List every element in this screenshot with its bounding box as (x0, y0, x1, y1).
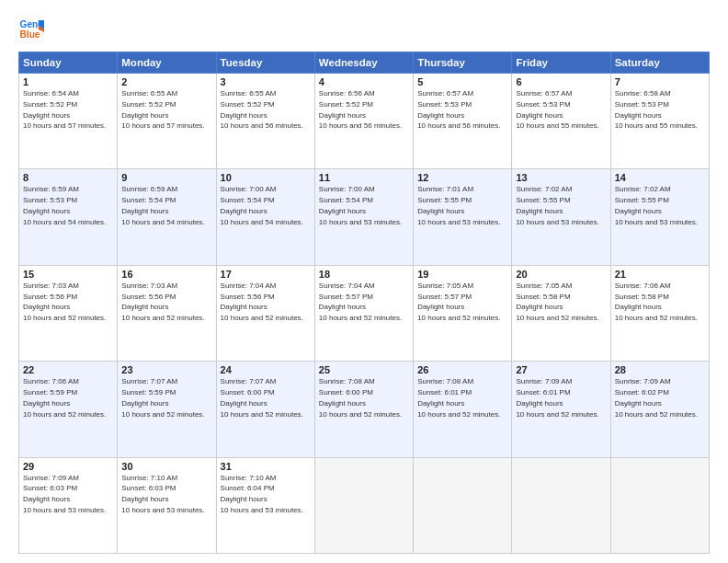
day-info: Sunrise: 7:05 AMSunset: 5:57 PMDaylight … (417, 282, 500, 322)
day-number: 25 (319, 364, 409, 375)
day-info: Sunrise: 6:55 AMSunset: 5:52 PMDaylight … (221, 89, 303, 130)
day-info: Sunrise: 7:09 AMSunset: 6:01 PMDaylight … (516, 377, 598, 418)
calendar-cell (512, 457, 610, 553)
day-info: Sunrise: 6:54 AMSunset: 5:52 PMDaylight … (23, 89, 106, 130)
calendar-cell: 1 Sunrise: 6:54 AMSunset: 5:52 PMDayligh… (19, 74, 118, 169)
day-number: 26 (417, 364, 507, 375)
calendar-cell: 13 Sunrise: 7:02 AMSunset: 5:55 PMDaylig… (512, 169, 610, 265)
day-info: Sunrise: 6:56 AMSunset: 5:52 PMDaylight … (319, 89, 402, 130)
day-info: Sunrise: 7:07 AMSunset: 5:59 PMDaylight … (121, 377, 204, 418)
day-number: 12 (417, 172, 507, 183)
day-info: Sunrise: 6:55 AMSunset: 5:52 PMDaylight … (121, 89, 204, 130)
day-number: 3 (221, 76, 311, 87)
day-number: 21 (615, 269, 705, 280)
calendar-cell: 2 Sunrise: 6:55 AMSunset: 5:52 PMDayligh… (118, 74, 216, 169)
calendar-week: 22 Sunrise: 7:06 AMSunset: 5:59 PMDaylig… (19, 362, 710, 457)
day-info: Sunrise: 6:59 AMSunset: 5:53 PMDaylight … (23, 185, 106, 225)
day-info: Sunrise: 7:07 AMSunset: 6:00 PMDaylight … (221, 377, 303, 418)
calendar-week: 15 Sunrise: 7:03 AMSunset: 5:56 PMDaylig… (19, 265, 710, 361)
calendar-cell: 29 Sunrise: 7:09 AMSunset: 6:03 PMDaylig… (19, 457, 118, 553)
day-of-week-row: SundayMondayTuesdayWednesdayThursdayFrid… (19, 52, 710, 74)
calendar-cell: 31 Sunrise: 7:10 AMSunset: 6:04 PMDaylig… (216, 457, 314, 553)
day-number: 4 (319, 76, 409, 87)
dow-header: Monday (118, 52, 216, 74)
day-info: Sunrise: 7:08 AMSunset: 6:01 PMDaylight … (417, 377, 500, 418)
day-number: 23 (121, 364, 211, 375)
day-number: 1 (23, 76, 113, 87)
day-number: 6 (516, 76, 606, 87)
day-info: Sunrise: 6:58 AMSunset: 5:53 PMDaylight … (615, 89, 698, 130)
logo-icon: General Blue (18, 17, 44, 42)
day-info: Sunrise: 7:05 AMSunset: 5:58 PMDaylight … (516, 282, 598, 322)
day-number: 14 (615, 172, 705, 183)
day-info: Sunrise: 6:57 AMSunset: 5:53 PMDaylight … (516, 89, 598, 130)
calendar-cell: 23 Sunrise: 7:07 AMSunset: 5:59 PMDaylig… (118, 362, 216, 457)
calendar-cell: 17 Sunrise: 7:04 AMSunset: 5:56 PMDaylig… (216, 265, 314, 361)
day-info: Sunrise: 7:00 AMSunset: 5:54 PMDaylight … (319, 185, 402, 225)
calendar-cell: 25 Sunrise: 7:08 AMSunset: 6:00 PMDaylig… (314, 362, 413, 457)
calendar-cell: 11 Sunrise: 7:00 AMSunset: 5:54 PMDaylig… (314, 169, 413, 265)
day-number: 24 (221, 364, 311, 375)
calendar-cell (314, 457, 413, 553)
calendar-cell: 22 Sunrise: 7:06 AMSunset: 5:59 PMDaylig… (19, 362, 118, 457)
calendar-week: 29 Sunrise: 7:09 AMSunset: 6:03 PMDaylig… (19, 457, 710, 553)
day-number: 17 (221, 269, 311, 280)
calendar-cell: 3 Sunrise: 6:55 AMSunset: 5:52 PMDayligh… (216, 74, 314, 169)
dow-header: Saturday (610, 52, 709, 74)
day-number: 8 (23, 172, 113, 183)
day-info: Sunrise: 7:02 AMSunset: 5:55 PMDaylight … (516, 185, 598, 225)
calendar-cell: 15 Sunrise: 7:03 AMSunset: 5:56 PMDaylig… (19, 265, 118, 361)
day-info: Sunrise: 6:59 AMSunset: 5:54 PMDaylight … (121, 185, 204, 225)
day-info: Sunrise: 7:09 AMSunset: 6:03 PMDaylight … (23, 474, 106, 514)
day-info: Sunrise: 7:02 AMSunset: 5:55 PMDaylight … (615, 185, 698, 225)
day-number: 28 (615, 364, 705, 375)
day-info: Sunrise: 7:10 AMSunset: 6:03 PMDaylight … (121, 474, 204, 514)
calendar: SundayMondayTuesdayWednesdayThursdayFrid… (18, 52, 710, 554)
dow-header: Friday (512, 52, 610, 74)
day-info: Sunrise: 7:06 AMSunset: 5:59 PMDaylight … (23, 377, 106, 418)
day-number: 22 (23, 364, 113, 375)
calendar-cell (414, 457, 512, 553)
day-number: 9 (121, 172, 211, 183)
day-info: Sunrise: 7:01 AMSunset: 5:55 PMDaylight … (417, 185, 500, 225)
calendar-cell: 30 Sunrise: 7:10 AMSunset: 6:03 PMDaylig… (118, 457, 216, 553)
day-info: Sunrise: 6:57 AMSunset: 5:53 PMDaylight … (417, 89, 500, 130)
day-number: 11 (319, 172, 409, 183)
day-info: Sunrise: 7:08 AMSunset: 6:00 PMDaylight … (319, 377, 402, 418)
day-info: Sunrise: 7:06 AMSunset: 5:58 PMDaylight … (615, 282, 698, 322)
day-info: Sunrise: 7:03 AMSunset: 5:56 PMDaylight … (121, 282, 204, 322)
calendar-cell: 7 Sunrise: 6:58 AMSunset: 5:53 PMDayligh… (610, 74, 709, 169)
calendar-cell: 5 Sunrise: 6:57 AMSunset: 5:53 PMDayligh… (414, 74, 512, 169)
calendar-cell: 18 Sunrise: 7:04 AMSunset: 5:57 PMDaylig… (314, 265, 413, 361)
calendar-body: 1 Sunrise: 6:54 AMSunset: 5:52 PMDayligh… (19, 74, 710, 554)
dow-header: Sunday (19, 52, 118, 74)
calendar-cell: 21 Sunrise: 7:06 AMSunset: 5:58 PMDaylig… (610, 265, 709, 361)
dow-header: Thursday (414, 52, 512, 74)
day-number: 15 (23, 269, 113, 280)
calendar-week: 8 Sunrise: 6:59 AMSunset: 5:53 PMDayligh… (19, 169, 710, 265)
day-number: 16 (121, 269, 211, 280)
calendar-cell: 16 Sunrise: 7:03 AMSunset: 5:56 PMDaylig… (118, 265, 216, 361)
dow-header: Tuesday (216, 52, 314, 74)
day-info: Sunrise: 7:03 AMSunset: 5:56 PMDaylight … (23, 282, 106, 322)
calendar-cell (610, 457, 709, 553)
day-number: 7 (615, 76, 705, 87)
day-info: Sunrise: 7:04 AMSunset: 5:56 PMDaylight … (221, 282, 303, 322)
day-number: 10 (221, 172, 311, 183)
calendar-cell: 8 Sunrise: 6:59 AMSunset: 5:53 PMDayligh… (19, 169, 118, 265)
calendar-cell: 24 Sunrise: 7:07 AMSunset: 6:00 PMDaylig… (216, 362, 314, 457)
day-number: 27 (516, 364, 606, 375)
calendar-cell: 19 Sunrise: 7:05 AMSunset: 5:57 PMDaylig… (414, 265, 512, 361)
day-number: 2 (121, 76, 211, 87)
day-info: Sunrise: 7:00 AMSunset: 5:54 PMDaylight … (221, 185, 303, 225)
page: General Blue SundayMondayTuesdayWednesda… (0, 0, 728, 563)
day-number: 13 (516, 172, 606, 183)
calendar-cell: 9 Sunrise: 6:59 AMSunset: 5:54 PMDayligh… (118, 169, 216, 265)
svg-text:Blue: Blue (20, 29, 40, 40)
day-number: 19 (417, 269, 507, 280)
day-number: 5 (417, 76, 507, 87)
dow-header: Wednesday (314, 52, 413, 74)
calendar-week: 1 Sunrise: 6:54 AMSunset: 5:52 PMDayligh… (19, 74, 710, 169)
logo: General Blue (18, 17, 44, 42)
calendar-cell: 20 Sunrise: 7:05 AMSunset: 5:58 PMDaylig… (512, 265, 610, 361)
